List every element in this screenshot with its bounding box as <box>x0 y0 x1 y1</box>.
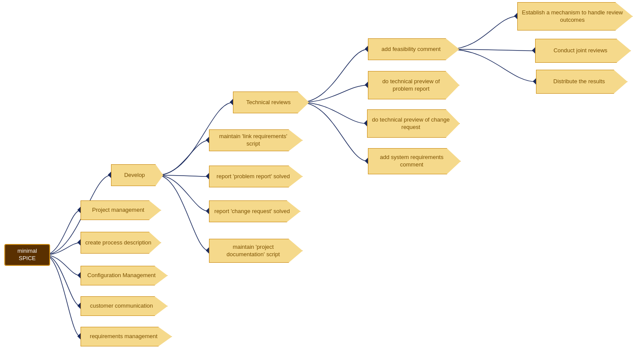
diagram: minimal SPICEProject managementcreate pr… <box>0 0 644 356</box>
node-report_change: report 'change request' solved <box>209 200 300 222</box>
node-report_problem: report 'problem report' solved <box>209 166 303 187</box>
node-add_system_req: add system requirements comment <box>368 148 461 174</box>
node-project_management: Project management <box>81 200 161 220</box>
node-customer_comm: customer communication <box>81 296 168 316</box>
node-add_feasibility: add feasibility comment <box>368 38 459 60</box>
node-tech_preview_change: do technical preview of change request <box>367 109 460 138</box>
node-tech_preview_problem: do technical preview of problem report <box>368 71 459 99</box>
node-req_mgmt: requirements management <box>81 327 172 346</box>
node-establish_mechanism: Establish a mechanism to handle review o… <box>517 2 633 31</box>
node-create_process: create process description <box>81 232 161 254</box>
node-root: minimal SPICE <box>4 244 50 266</box>
node-conduct_reviews: Conduct joint reviews <box>535 39 631 63</box>
node-tech_reviews: Technical reviews <box>233 92 309 113</box>
node-maintain_link: maintain 'link requirements' script <box>209 129 303 151</box>
node-develop: Develop <box>111 164 163 186</box>
node-maintain_proj: maintain 'project documentation' script <box>209 239 303 263</box>
node-config_mgmt: Configuration Management <box>81 266 168 285</box>
node-distribute_results: Distribute the results <box>536 70 627 94</box>
